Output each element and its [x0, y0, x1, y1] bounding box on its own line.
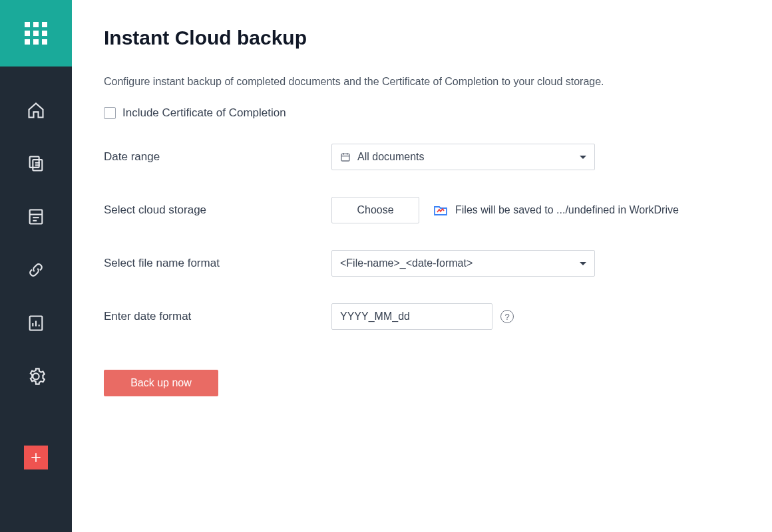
- include-certificate-checkbox[interactable]: [104, 107, 116, 119]
- apps-grid-icon: [25, 22, 47, 45]
- sidebar: [0, 0, 72, 532]
- add-button[interactable]: [24, 446, 48, 469]
- link-icon[interactable]: [25, 259, 47, 281]
- page-description: Configure instant backup of completed do…: [104, 76, 740, 88]
- reports-icon[interactable]: [25, 313, 47, 334]
- app-switcher[interactable]: [0, 0, 72, 66]
- calendar-icon: [340, 152, 351, 162]
- chevron-down-icon: [580, 156, 586, 159]
- filename-format-row: Select file name format <File-name>_<dat…: [104, 250, 740, 277]
- settings-icon[interactable]: [25, 366, 47, 387]
- date-range-value: All documents: [357, 151, 580, 163]
- home-icon[interactable]: [25, 100, 47, 121]
- include-certificate-label: Include Certificate of Completion: [122, 106, 286, 120]
- date-range-label: Date range: [104, 150, 331, 164]
- choose-storage-button[interactable]: Choose: [331, 197, 419, 223]
- main-content: Instant Cloud backup Configure instant b…: [72, 0, 772, 532]
- chevron-down-icon: [580, 262, 586, 265]
- include-certificate-row: Include Certificate of Completion: [104, 106, 740, 120]
- templates-icon[interactable]: [25, 206, 47, 227]
- cloud-storage-label: Select cloud storage: [104, 203, 331, 217]
- date-format-row: Enter date format ?: [104, 303, 740, 330]
- date-range-select[interactable]: All documents: [331, 144, 595, 170]
- svg-rect-5: [30, 210, 43, 224]
- help-icon[interactable]: ?: [500, 310, 514, 323]
- filename-format-value: <File-name>_<date-format>: [340, 257, 580, 269]
- cloud-storage-row: Select cloud storage Choose Files will b…: [104, 197, 740, 223]
- page-title: Instant Cloud backup: [104, 27, 740, 49]
- nav-items: [24, 66, 48, 469]
- date-range-row: Date range All documents: [104, 144, 740, 170]
- svg-rect-13: [341, 154, 349, 161]
- storage-info-text: Files will be saved to .../undefined in …: [455, 204, 679, 216]
- filename-format-label: Select file name format: [104, 257, 331, 270]
- filename-format-select[interactable]: <File-name>_<date-format>: [331, 250, 595, 277]
- documents-icon[interactable]: [25, 153, 47, 174]
- workdrive-icon: [433, 202, 449, 218]
- date-format-label: Enter date format: [104, 310, 331, 323]
- storage-info: Files will be saved to .../undefined in …: [433, 202, 679, 218]
- date-format-input[interactable]: [331, 303, 492, 330]
- backup-now-button[interactable]: Back up now: [104, 370, 218, 396]
